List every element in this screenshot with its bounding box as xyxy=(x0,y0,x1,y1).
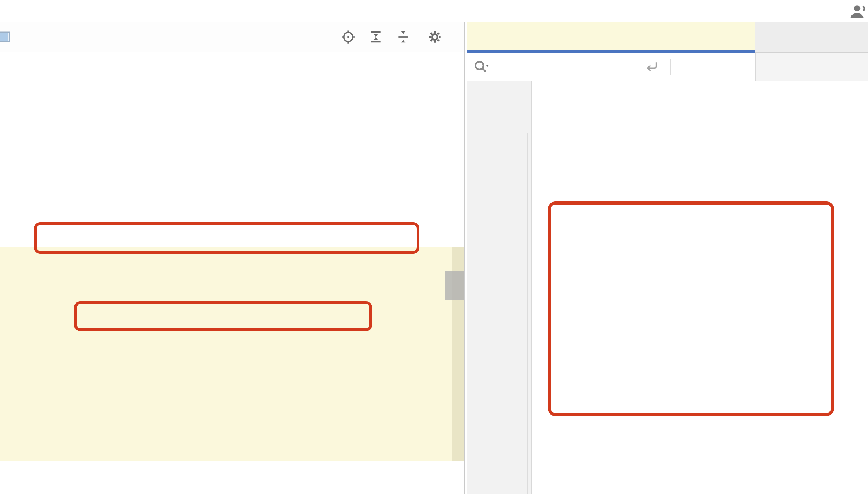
collapse-all-icon[interactable] xyxy=(395,29,412,45)
search-results-panel xyxy=(755,53,868,81)
ide-window xyxy=(0,0,868,494)
library-scope-highlight xyxy=(0,247,464,461)
spring-json-file-icon xyxy=(24,2,41,20)
code-editor[interactable] xyxy=(467,81,868,494)
editor-tab[interactable] xyxy=(467,22,755,50)
project-panel-header xyxy=(0,22,464,52)
search-divider xyxy=(670,53,671,81)
project-tree xyxy=(0,52,464,494)
settings-gear-icon[interactable] xyxy=(427,29,443,45)
find-bar xyxy=(467,53,868,81)
spring-json-file-icon xyxy=(473,28,490,45)
breadcrumb-bar xyxy=(0,0,868,22)
fold-guide-line xyxy=(527,133,528,494)
expand-all-icon[interactable] xyxy=(368,29,384,45)
search-icon[interactable] xyxy=(473,59,489,75)
panel-divider[interactable] xyxy=(464,22,465,494)
tool-window-icon[interactable] xyxy=(0,30,11,44)
user-profile-icon[interactable] xyxy=(848,3,866,20)
search-field[interactable] xyxy=(467,53,755,81)
active-tab-indicator xyxy=(467,50,755,53)
newline-icon[interactable] xyxy=(644,53,659,81)
editor-tab-bar xyxy=(467,22,868,53)
project-scrollbar-thumb[interactable] xyxy=(445,271,464,300)
toolbar-divider xyxy=(419,29,419,45)
editor-gutter xyxy=(467,81,532,494)
locate-file-icon[interactable] xyxy=(340,29,356,45)
